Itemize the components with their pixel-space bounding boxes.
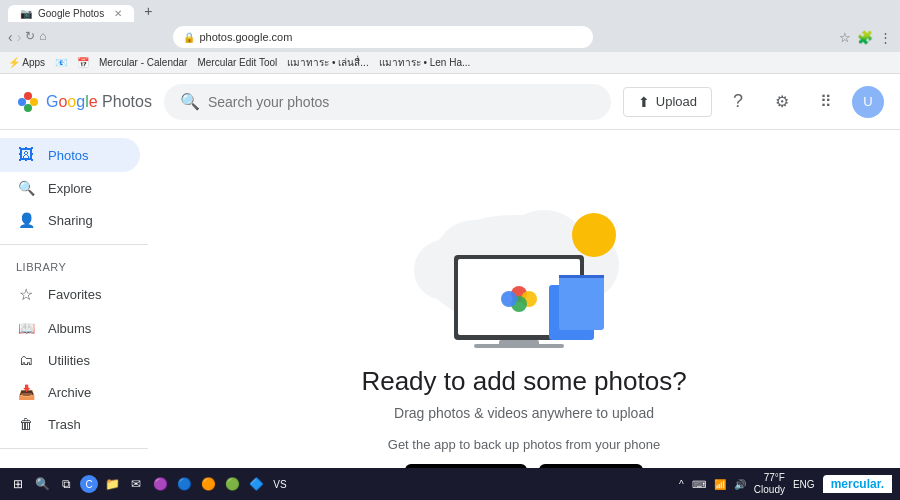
photos-icon: 🖼 xyxy=(16,146,36,164)
search-input[interactable] xyxy=(208,94,595,110)
avatar[interactable]: U xyxy=(852,86,884,118)
library-section-label: LIBRARY xyxy=(0,253,148,277)
back-btn[interactable]: ‹ xyxy=(8,29,13,45)
cta-title: Ready to add some photos? xyxy=(361,366,686,397)
extensions-icon[interactable]: 🧩 xyxy=(857,30,873,45)
start-button[interactable]: ⊞ xyxy=(8,474,28,494)
bookmark-calendar[interactable]: 📅 xyxy=(77,57,89,68)
sharing-icon: 👤 xyxy=(16,212,36,228)
sidebar-divider-2 xyxy=(0,448,148,449)
bookmark-apps[interactable]: ⚡ Apps xyxy=(8,57,45,68)
taskbar-app1[interactable]: 🟣 xyxy=(150,474,170,494)
explore-icon: 🔍 xyxy=(16,180,36,196)
sidebar-label-albums: Albums xyxy=(48,321,91,336)
sidebar: 🖼 Photos 🔍 Explore 👤 Sharing LIBRARY ☆ F… xyxy=(0,130,148,468)
sidebar-label-explore: Explore xyxy=(48,181,92,196)
sidebar-item-favorites[interactable]: ☆ Favorites xyxy=(0,277,140,312)
reload-btn[interactable]: ↻ xyxy=(25,29,35,45)
weather-condition: Cloudy xyxy=(754,484,785,496)
language-indicator: ENG xyxy=(793,479,815,490)
search-bar[interactable]: 🔍 xyxy=(164,84,611,120)
svg-point-15 xyxy=(501,291,517,307)
taskbar-mail[interactable]: ✉ xyxy=(126,474,146,494)
main-layout: 🖼 Photos 🔍 Explore 👤 Sharing LIBRARY ☆ F… xyxy=(0,130,900,468)
svg-marker-20 xyxy=(559,275,604,278)
lock-icon: 🔒 xyxy=(183,32,195,43)
taskbar-app6[interactable]: VS xyxy=(270,474,290,494)
taskbar: ⊞ 🔍 ⧉ C 📁 ✉ 🟣 🔵 🟠 🟢 🔷 VS ^ ⌨ 📶 🔊 77°F Cl… xyxy=(0,468,900,500)
apps-button[interactable]: ⠿ xyxy=(808,84,844,120)
upload-label: Upload xyxy=(656,94,697,109)
active-tab[interactable]: 📷 Google Photos ✕ xyxy=(8,5,134,22)
sidebar-label-sharing: Sharing xyxy=(48,213,93,228)
mercular-watermark: mercular. xyxy=(823,475,892,493)
bookmark-mercular-cal[interactable]: Mercular - Calendar xyxy=(99,57,187,68)
favorites-icon: ☆ xyxy=(16,285,36,304)
svg-point-2 xyxy=(24,104,32,112)
wifi-icon: 📶 xyxy=(714,479,726,490)
sidebar-item-archive[interactable]: 📥 Archive xyxy=(0,376,140,408)
weather-display: 77°F Cloudy xyxy=(754,472,785,496)
sidebar-item-albums[interactable]: 📖 Albums xyxy=(0,312,140,344)
menu-icon[interactable]: ⋮ xyxy=(879,30,892,45)
bookmark-mercular-edit[interactable]: Mercular Edit Tool xyxy=(197,57,277,68)
search-taskbar[interactable]: 🔍 xyxy=(32,474,52,494)
taskbar-files[interactable]: 📁 xyxy=(102,474,122,494)
url-bar[interactable]: 🔒 photos.google.com xyxy=(173,26,593,48)
sidebar-item-utilities[interactable]: 🗂 Utilities xyxy=(0,344,140,376)
sidebar-item-photos[interactable]: 🖼 Photos xyxy=(0,138,140,172)
sidebar-item-explore[interactable]: 🔍 Explore xyxy=(0,172,140,204)
taskbar-app5[interactable]: 🔷 xyxy=(246,474,266,494)
browser-address-bar: ‹ › ↻ ⌂ 🔒 photos.google.com ☆ 🧩 ⋮ xyxy=(0,22,900,52)
taskbar-chrome[interactable]: C xyxy=(80,475,98,493)
sidebar-item-sharing[interactable]: 👤 Sharing xyxy=(0,204,140,236)
svg-rect-17 xyxy=(474,344,564,348)
albums-icon: 📖 xyxy=(16,320,36,336)
svg-point-1 xyxy=(30,98,38,106)
tab-title: Google Photos xyxy=(38,8,104,19)
storage-section: ☁ Storage Unlimited Google Photos storag… xyxy=(0,457,148,468)
taskview-button[interactable]: ⧉ xyxy=(56,474,76,494)
logo-text: Google Photos xyxy=(46,93,152,111)
taskbar-left: ⊞ 🔍 ⧉ C 📁 ✉ 🟣 🔵 🟠 🟢 🔷 VS xyxy=(8,474,290,494)
content-area: Ready to add some photos? Drag photos & … xyxy=(148,130,900,468)
taskbar-app3[interactable]: 🟠 xyxy=(198,474,218,494)
svg-point-3 xyxy=(18,98,26,106)
home-btn[interactable]: ⌂ xyxy=(39,29,46,45)
bookmark-thai2[interactable]: แมาทาระ • Len Ha... xyxy=(379,55,471,70)
settings-button[interactable]: ⚙ xyxy=(764,84,800,120)
sidebar-label-trash: Trash xyxy=(48,417,81,432)
taskbar-right: ^ ⌨ 📶 🔊 77°F Cloudy ENG mercular. xyxy=(679,472,892,496)
header-actions: ⬆ Upload ? ⚙ ⠿ U xyxy=(623,84,884,120)
forward-btn[interactable]: › xyxy=(17,29,22,45)
help-button[interactable]: ? xyxy=(720,84,756,120)
app-cta-text: Get the app to back up photos from your … xyxy=(361,437,686,452)
upload-button[interactable]: ⬆ Upload xyxy=(623,87,712,117)
cta-subtitle: Drag photos & videos anywhere to upload xyxy=(361,405,686,421)
upload-icon: ⬆ xyxy=(638,94,650,110)
sidebar-divider xyxy=(0,244,148,245)
photos-logo-icon xyxy=(16,90,40,114)
svg-rect-19 xyxy=(559,275,604,330)
sidebar-label-favorites: Favorites xyxy=(48,287,101,302)
taskbar-app4[interactable]: 🟢 xyxy=(222,474,242,494)
app-header: Google Photos 🔍 ⬆ Upload ? ⚙ ⠿ U xyxy=(0,74,900,130)
browser-tab-bar: 📷 Google Photos ✕ + xyxy=(0,0,900,22)
taskbar-app2[interactable]: 🔵 xyxy=(174,474,194,494)
bookmark-thai1[interactable]: แมาทาระ • เล่นสื่... xyxy=(287,55,368,70)
svg-point-9 xyxy=(572,213,616,257)
sidebar-label-utilities: Utilities xyxy=(48,353,90,368)
weather-temp: 77°F xyxy=(754,472,785,484)
hero-illustration xyxy=(384,170,664,350)
bookmark-gmail[interactable]: 📧 xyxy=(55,57,67,68)
logo-area: Google Photos xyxy=(16,90,152,114)
volume-icon: 🔊 xyxy=(734,479,746,490)
chevron-up-icon[interactable]: ^ xyxy=(679,479,684,490)
bookmark-icon[interactable]: ☆ xyxy=(839,30,851,45)
search-icon: 🔍 xyxy=(180,92,200,111)
sidebar-item-trash[interactable]: 🗑 Trash xyxy=(0,408,140,440)
svg-point-0 xyxy=(24,92,32,100)
trash-icon: 🗑 xyxy=(16,416,36,432)
bookmarks-bar: ⚡ Apps 📧 📅 Mercular - Calendar Mercular … xyxy=(0,52,900,74)
new-tab-btn[interactable]: + xyxy=(136,0,160,22)
